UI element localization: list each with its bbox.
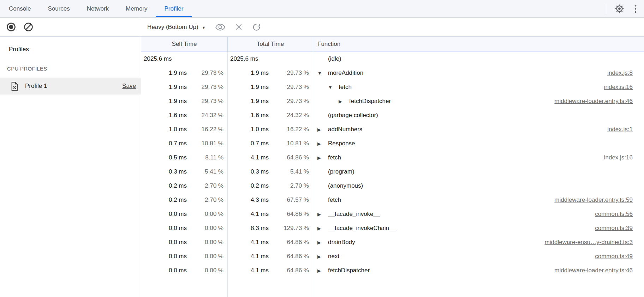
function-name: __facade_invokeChain__ — [328, 225, 396, 232]
table-row[interactable]: 2025.6 ms 2025.6 ms (idle) — [141, 52, 644, 66]
view-mode-dropdown[interactable]: Heavy (Bottom Up) ▼ — [147, 24, 205, 31]
column-header-function[interactable]: Function — [313, 37, 644, 51]
tab-bar: Console Sources Network Memory Profiler — [0, 0, 644, 18]
restore-button[interactable] — [252, 23, 261, 31]
save-profile-link[interactable]: Save — [122, 83, 136, 90]
settings-button[interactable] — [615, 4, 624, 13]
function-cell: ▶ __facade_invokeChain__ common.ts:39 — [313, 221, 644, 235]
table-row[interactable]: 1.9 ms 29.73 % 1.9 ms 29.73 % ▼ fetch in… — [141, 80, 644, 94]
self-time-cell: 1.9 ms 29.73 % — [141, 66, 228, 80]
filler-self-column — [141, 278, 228, 297]
self-time-pct: 16.22 % — [187, 126, 223, 133]
tree-expand-icon[interactable]: ▶ — [317, 212, 328, 217]
self-time-pct: 24.32 % — [187, 112, 223, 119]
tree-expand-icon[interactable]: ▶ — [339, 99, 349, 104]
profile-list-item[interactable]: Profile 1 Save — [0, 78, 141, 95]
total-time-ms: 4.1 ms — [232, 267, 269, 274]
self-time-ms: 0.0 ms — [145, 225, 187, 232]
self-time-ms: 0.5 ms — [145, 154, 187, 161]
function-name: drainBody — [328, 239, 355, 246]
table-row[interactable]: 0.5 ms 8.11 % 4.1 ms 64.86 % ▶ fetch ind… — [141, 151, 644, 165]
total-time-cell: 1.9 ms 29.73 % — [228, 66, 313, 80]
self-time-cell: 0.0 ms 0.00 % — [141, 263, 228, 278]
table-row[interactable]: 0.2 ms 2.70 % 0.2 ms 2.70 % (anonymous) — [141, 179, 644, 193]
total-time-ms: 0.2 ms — [232, 182, 269, 189]
tab-memory[interactable]: Memory — [117, 0, 156, 17]
record-button[interactable] — [6, 22, 16, 32]
tab-sources[interactable]: Sources — [39, 0, 78, 17]
total-time-cell: 1.6 ms 24.32 % — [228, 108, 313, 122]
total-time-cell: 2025.6 ms — [228, 52, 313, 66]
table-row[interactable]: 0.0 ms 0.00 % 4.1 ms 64.86 % ▶ __facade_… — [141, 207, 644, 221]
table-row[interactable]: 1.9 ms 29.73 % 1.9 ms 29.73 % ▼ moreAddi… — [141, 66, 644, 80]
column-header-self-time[interactable]: Self Time — [141, 37, 228, 51]
function-cell: (garbage collector) — [313, 108, 644, 122]
table-row[interactable]: 0.0 ms 0.00 % 4.1 ms 64.86 % ▶ fetchDisp… — [141, 263, 644, 278]
tree-expand-icon[interactable]: ▶ — [317, 254, 328, 259]
self-time-pct: 2.70 % — [187, 182, 223, 189]
tab-profiler[interactable]: Profiler — [156, 0, 192, 17]
source-link[interactable]: middleware-loader.entry.ts:46 — [554, 98, 633, 105]
function-cell: ▶ drainBody middleware-ensu…y-drained.ts… — [313, 235, 644, 249]
tree-expand-icon[interactable]: ▶ — [317, 127, 328, 132]
tree-expand-icon[interactable]: ▶ — [317, 141, 328, 146]
source-link[interactable]: middleware-loader.entry.ts:46 — [554, 267, 633, 274]
table-row[interactable]: 0.2 ms 2.70 % 4.3 ms 67.57 % fetch middl… — [141, 193, 644, 207]
total-time-pct: 5.41 % — [269, 168, 309, 175]
total-time-cell: 1.9 ms 29.73 % — [228, 80, 313, 94]
self-time-pct: 0.00 % — [187, 239, 223, 246]
table-row[interactable]: 0.7 ms 10.81 % 0.7 ms 10.81 % ▶ Response — [141, 137, 644, 151]
source-link[interactable]: index.js:1 — [607, 126, 633, 133]
tree-expand-icon[interactable]: ▶ — [317, 240, 328, 245]
focus-button[interactable] — [215, 23, 226, 31]
source-link[interactable]: common.ts:56 — [595, 211, 633, 218]
table-row[interactable]: 0.3 ms 5.41 % 0.3 ms 5.41 % (program) — [141, 165, 644, 179]
self-time-pct: 29.73 % — [187, 98, 223, 105]
tab-console[interactable]: Console — [0, 0, 39, 17]
tree-expand-icon[interactable]: ▶ — [317, 268, 328, 273]
self-time-ms: 0.0 ms — [145, 267, 187, 274]
self-time-pct: 0.00 % — [187, 225, 223, 232]
source-link[interactable]: index.js:16 — [604, 154, 633, 161]
function-name: __facade_invoke__ — [328, 211, 380, 218]
source-link[interactable]: common.ts:39 — [595, 225, 633, 232]
source-link[interactable]: common.ts:49 — [595, 253, 633, 260]
table-row[interactable]: 0.0 ms 0.00 % 4.1 ms 64.86 % ▶ next comm… — [141, 249, 644, 263]
total-time-cell: 4.1 ms 64.86 % — [228, 235, 313, 249]
column-header-total-time[interactable]: Total Time — [228, 37, 313, 51]
table-row[interactable]: 1.9 ms 29.73 % 1.9 ms 29.73 % ▶ fetchDis… — [141, 94, 644, 108]
self-time-cell: 0.2 ms 2.70 % — [141, 179, 228, 193]
function-cell: ▶ fetchDispatcher middleware-loader.entr… — [313, 263, 644, 278]
source-link[interactable]: middleware-loader.entry.ts:59 — [554, 196, 633, 204]
source-link[interactable]: index.js:16 — [604, 84, 633, 91]
total-time-pct: 2.70 % — [269, 182, 309, 189]
tab-network[interactable]: Network — [78, 0, 117, 17]
record-icon — [6, 22, 16, 32]
source-link[interactable]: index.js:8 — [607, 69, 633, 77]
more-options-button[interactable] — [634, 4, 637, 13]
total-time-cell: 0.3 ms 5.41 % — [228, 165, 313, 179]
self-time-pct: 0.00 % — [187, 253, 223, 260]
view-controls: Heavy (Bottom Up) ▼ — [141, 18, 261, 36]
tree-expand-icon[interactable]: ▼ — [328, 85, 339, 90]
table-row[interactable]: 1.0 ms 16.22 % 1.0 ms 16.22 % ▶ addNumbe… — [141, 122, 644, 137]
self-time-ms: 0.0 ms — [145, 239, 187, 246]
exclude-button[interactable] — [235, 23, 243, 31]
self-time-cell: 0.0 ms 0.00 % — [141, 249, 228, 263]
source-link[interactable]: middleware-ensu…y-drained.ts:3 — [545, 239, 633, 246]
table-row[interactable]: 0.0 ms 0.00 % 8.3 ms 129.73 % ▶ __facade… — [141, 221, 644, 235]
self-time-ms: 0.0 ms — [145, 211, 187, 218]
total-time-cell: 0.2 ms 2.70 % — [228, 179, 313, 193]
total-time-pct: 24.32 % — [269, 112, 309, 119]
tree-expand-icon[interactable]: ▼ — [317, 71, 328, 76]
table-row[interactable]: 0.0 ms 0.00 % 4.1 ms 64.86 % ▶ drainBody… — [141, 235, 644, 249]
tree-expand-icon[interactable]: ▶ — [317, 226, 328, 231]
cpu-profiles-section-label: CPU PROFILES — [7, 66, 141, 72]
tree-expand-icon[interactable]: ▶ — [317, 155, 328, 160]
function-name: fetch — [339, 84, 352, 91]
table-row[interactable]: 1.6 ms 24.32 % 1.6 ms 24.32 % (garbage c… — [141, 108, 644, 122]
total-time-pct: 129.73 % — [269, 225, 309, 232]
function-cell: fetch middleware-loader.entry.ts:59 — [313, 193, 644, 207]
clear-profiles-button[interactable] — [24, 22, 33, 32]
self-time-pct: 0.00 % — [187, 211, 223, 218]
